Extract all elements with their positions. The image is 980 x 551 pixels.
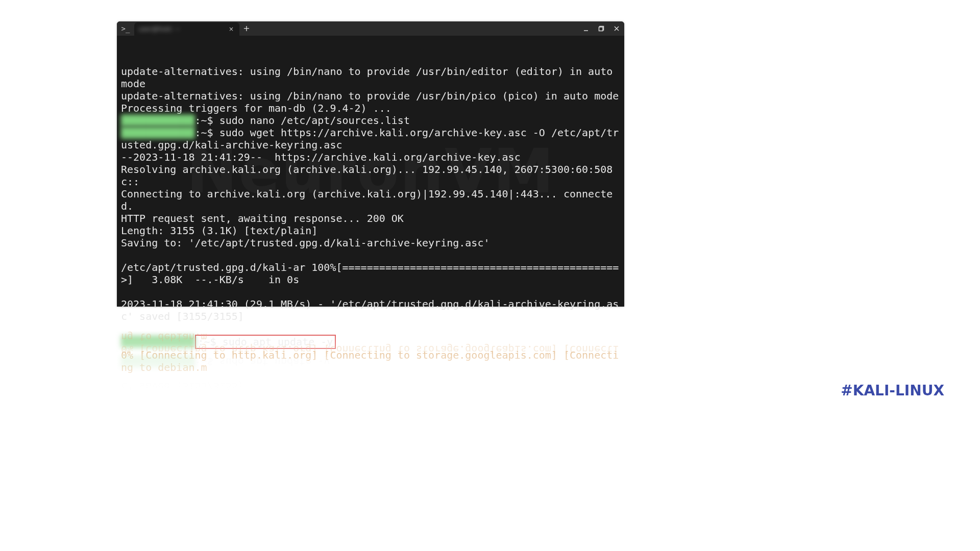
- minimize-button[interactable]: [578, 21, 594, 36]
- terminal-window: >_ user@host: ~ × + NeuronVM up: [117, 21, 624, 307]
- minimize-icon: [583, 26, 589, 32]
- output-line: update-alternatives: using /bin/nano to …: [121, 65, 619, 90]
- new-tab-button[interactable]: +: [239, 21, 254, 36]
- svg-rect-2: [599, 27, 603, 31]
- tab-close-icon[interactable]: ×: [227, 25, 235, 33]
- output-line: update-alternatives: using /bin/nano to …: [121, 90, 619, 102]
- terminal-output[interactable]: NeuronVM update-alternatives: using /bin…: [117, 36, 624, 307]
- tab-title: user@host: ~: [138, 26, 227, 32]
- prompt-host: ████████████: [121, 114, 195, 127]
- output-line: --2023-11-18 21:41:29-- https://archive.…: [121, 151, 521, 163]
- output-line: Resolving archive.kali.org (archive.kali…: [121, 163, 612, 188]
- maximize-button[interactable]: [594, 21, 609, 36]
- command-line: :~$ sudo wget https://archive.kali.org/a…: [121, 127, 619, 151]
- output-line: Saving to: '/etc/apt/trusted.gpg.d/kali-…: [121, 237, 489, 249]
- command-line: :~$ sudo nano /etc/apt/sources.list: [195, 114, 410, 127]
- window-titlebar: >_ user@host: ~ × +: [117, 21, 624, 36]
- output-line: /etc/apt/trusted.gpg.d/kali-ar 100%[====…: [121, 261, 619, 286]
- output-line: HTTP request sent, awaiting response... …: [121, 212, 404, 224]
- output-line: Length: 3155 (3.1K) [text/plain]: [121, 224, 317, 237]
- terminal-app-icon: >_: [117, 21, 134, 36]
- close-button[interactable]: [609, 21, 624, 36]
- output-line: Connecting to archive.kali.org (archive.…: [121, 188, 612, 212]
- terminal-tab[interactable]: user@host: ~ ×: [134, 22, 239, 36]
- maximize-icon: [598, 26, 604, 32]
- hashtag-label: #KALI-LINUX: [841, 384, 944, 398]
- close-icon: [614, 26, 620, 32]
- prompt-host: ████████████: [121, 127, 195, 139]
- output-line: Processing triggers for man-db (2.9.4-2)…: [121, 102, 391, 114]
- reflection-fade: [117, 307, 624, 429]
